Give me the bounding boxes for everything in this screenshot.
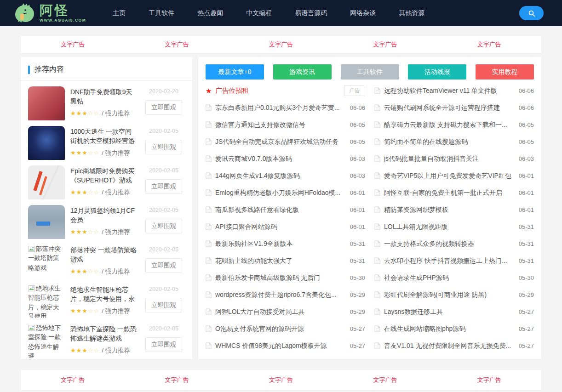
- view-now-button[interactable]: 立即围观: [145, 298, 182, 312]
- view-now-button[interactable]: 立即围观: [145, 100, 182, 115]
- article-date: 05-27: [519, 342, 534, 349]
- document-icon: [374, 257, 380, 264]
- article-link[interactable]: 简约而不简单的在线搜题源码: [384, 138, 515, 146]
- article-link[interactable]: API接口聚合网站源码: [215, 223, 346, 231]
- article-date: 06-05: [350, 121, 365, 128]
- article-row: 爱奇艺VIP5以上用户可免费发爱奇艺VIP红包06-01: [374, 167, 534, 184]
- article-link[interactable]: 爱讯云商城V0.7.0版本源码: [215, 155, 346, 163]
- ad-slot-link[interactable]: 广告位招租: [215, 86, 340, 95]
- article-link[interactable]: 去水印小程序 快手抖音视频搬运工上热门...: [384, 257, 515, 265]
- article-link[interactable]: 在线生成网站缩略图php源码: [384, 325, 515, 333]
- article-link[interactable]: 南瓜影视多线路任意看绿化版: [215, 206, 346, 214]
- doc-icon-wrap: [374, 138, 380, 145]
- nav-item-5[interactable]: 网络杂谈: [350, 9, 376, 17]
- site-logo[interactable]: 阿怪 WWW.AGUAI8.COM: [13, 3, 86, 24]
- document-icon: [206, 104, 212, 111]
- article-row: 社会语录生成PHP源码05-30: [374, 269, 534, 286]
- article-link[interactable]: 远程协助软件TeamViewer v11 单文件版: [384, 87, 515, 95]
- nav-item-4[interactable]: 易语言源码: [295, 9, 327, 17]
- category-button-2[interactable]: 工具软件: [341, 64, 399, 80]
- article-link[interactable]: 京东白条新用户0.01元购买3个月爱奇艺黄...: [215, 104, 346, 112]
- article-link[interactable]: js代码批量批量自动取消抖音关注: [384, 155, 515, 163]
- recommended-item-title[interactable]: 恐怖地下室探险 一款恐怖逃生解谜类游戏: [70, 324, 137, 343]
- doc-icon-wrap: [206, 104, 212, 111]
- article-column-left: ★ 广告位招租 广告 京东白条新用户0.01元购买3个月爱奇艺黄...06-06…: [206, 82, 365, 354]
- text-ad-link-3[interactable]: 文字广告: [333, 370, 437, 390]
- search-button[interactable]: [519, 6, 544, 20]
- recommended-item-title[interactable]: 12月灵狐签约领1月CF会员: [70, 206, 137, 225]
- nav-item-0[interactable]: 主页: [113, 9, 126, 17]
- article-link[interactable]: 阿怪互联-自家的免费主机第一批正式开启: [384, 189, 515, 197]
- top-navigation-bar: 阿怪 WWW.AGUAI8.COM 主页工具软件热点趣闻中文编程易语言源码网络杂…: [0, 0, 562, 26]
- article-link[interactable]: 精防某资源网织梦模板: [384, 206, 515, 214]
- article-link[interactable]: 社会语录生成PHP源码: [384, 274, 515, 282]
- view-now-button[interactable]: 立即围观: [145, 219, 182, 233]
- view-now-button[interactable]: 立即围观: [145, 140, 182, 154]
- article-link[interactable]: 音友V1.01 无视付费限制全网音乐无损免费...: [384, 342, 515, 350]
- recommended-item-title[interactable]: 1000天逃生 一款空间街机的太空模拟经营游戏: [70, 127, 137, 146]
- article-link[interactable]: 144g网页生成v1.4修复版源码: [215, 172, 346, 180]
- broken-thumbnail[interactable]: 恐怖地下室探险 一款恐怖逃生解谜: [28, 324, 65, 358]
- view-now-button[interactable]: 立即围观: [145, 179, 182, 194]
- article-thumbnail[interactable]: [28, 86, 65, 120]
- view-now-button[interactable]: 立即围观: [145, 337, 182, 352]
- article-link[interactable]: 云铺购代刷网系统全开源可运营程序搭建: [384, 104, 515, 112]
- article-row: 远程协助软件TeamViewer v11 单文件版06-06: [374, 82, 534, 99]
- article-link[interactable]: 彩虹代刷全解源码(可商业用途 防黑): [384, 291, 515, 299]
- category-button-3[interactable]: 活动线报: [408, 64, 466, 80]
- rating-row: ★★★☆☆/ 强力推荐: [70, 307, 137, 315]
- broken-thumbnail[interactable]: 绝地求生智能压枪芯片，稳定大号使用: [28, 284, 65, 318]
- nav-item-6[interactable]: 其他资源: [399, 9, 424, 17]
- category-button-0[interactable]: 最新文章+0: [206, 64, 264, 80]
- article-link[interactable]: JS代码全自动完成京东品牌狂欢城活动任务: [215, 138, 346, 146]
- category-button-4[interactable]: 实用教程: [476, 64, 534, 80]
- article-link[interactable]: 酷享磁力云最新版 支持磁力搜索下载和一...: [384, 121, 515, 129]
- text-ad-link-0[interactable]: 文字广告: [21, 36, 125, 53]
- text-ad-link-2[interactable]: 文字广告: [229, 370, 333, 390]
- article-link[interactable]: 最新伯乐发卡商城高级版源码 无后门: [215, 274, 346, 282]
- recommended-item: 部落冲突 一款塔防策略游戏部落冲突 一款塔防策略游戏★★★☆☆/ 强力推荐202…: [28, 242, 185, 278]
- article-link[interactable]: O泡易支付系统官网的源码开源: [215, 325, 346, 333]
- article-link[interactable]: 微信官方通知已支持修改微信号: [215, 121, 346, 129]
- recommended-item-body: 恐怖地下室探险 一款恐怖逃生解谜类游戏★★★☆☆/ 强力推荐: [70, 324, 137, 358]
- article-row: 微信官方通知已支持修改微信号06-05: [206, 116, 365, 133]
- text-ad-link-0[interactable]: 文字广告: [21, 370, 125, 390]
- article-row: 去水印小程序 快手抖音视频搬运工上热门...05-31: [374, 252, 534, 269]
- article-link[interactable]: 最新乐购社区V1.9全新版本: [215, 240, 346, 248]
- nav-item-1[interactable]: 工具软件: [149, 9, 174, 17]
- recommended-item-title[interactable]: 绝地求生智能压枪芯片，稳定大号使用，永久免费: [70, 285, 137, 304]
- recommended-item-title[interactable]: DNF助手免费领取9天黑钻: [70, 87, 137, 106]
- article-date: 05-31: [519, 240, 534, 247]
- article-date: 05-27: [350, 325, 365, 332]
- view-now-button[interactable]: 立即围观: [145, 258, 182, 273]
- article-thumbnail[interactable]: [28, 165, 65, 199]
- recommended-item-title[interactable]: Epic商城限时免费购买《SUPERHOT》游戏: [70, 166, 137, 185]
- nav-item-2[interactable]: 热点趣闻: [197, 9, 223, 17]
- doc-icon-wrap: [206, 257, 212, 264]
- text-ad-link-1[interactable]: 文字广告: [125, 36, 229, 53]
- article-row: 最新乐购社区V1.9全新版本05-31: [206, 235, 365, 252]
- red-star-icon: ★: [206, 87, 212, 95]
- recommended-item-title[interactable]: 部落冲突 一款塔防策略游戏: [70, 245, 137, 264]
- nav-item-3[interactable]: 中文编程: [246, 9, 272, 17]
- text-ad-link-4[interactable]: 文字广告: [437, 370, 541, 390]
- article-link[interactable]: LOL工具箱无限视距版: [384, 223, 515, 231]
- category-button-1[interactable]: 游戏资讯: [273, 64, 332, 80]
- article-link[interactable]: WHMCS 价值98美元的Lagom模板开源: [215, 342, 346, 350]
- text-ad-link-4[interactable]: 文字广告: [437, 36, 541, 53]
- article-link[interactable]: Emlog重构精仿老版小刀娱乐网HFoldao模...: [215, 189, 346, 197]
- ad-badge[interactable]: 广告: [344, 85, 365, 96]
- article-link[interactable]: 爱奇艺VIP5以上用户可免费发爱奇艺VIP红包: [384, 172, 515, 180]
- text-ad-link-2[interactable]: 文字广告: [229, 36, 333, 53]
- article-link[interactable]: wordpress资源付费主题ripro6.7含美化包...: [215, 291, 346, 299]
- rating-label: / 强力推荐: [102, 268, 130, 275]
- text-ad-link-3[interactable]: 文字广告: [333, 36, 437, 53]
- article-thumbnail[interactable]: [28, 205, 65, 239]
- article-link[interactable]: 一款支持格式众多的视频转换器: [384, 240, 515, 248]
- article-link[interactable]: 阿狸LOL大厅自动接受对局工具: [215, 308, 346, 316]
- article-thumbnail[interactable]: [28, 126, 65, 160]
- article-link[interactable]: Laysns数据迁移工具: [384, 308, 515, 316]
- article-link[interactable]: 花呗新上线的功能太强大了: [215, 257, 346, 265]
- broken-thumbnail[interactable]: 部落冲突 一款塔防策略游戏: [28, 244, 65, 278]
- text-ad-link-1[interactable]: 文字广告: [125, 370, 229, 390]
